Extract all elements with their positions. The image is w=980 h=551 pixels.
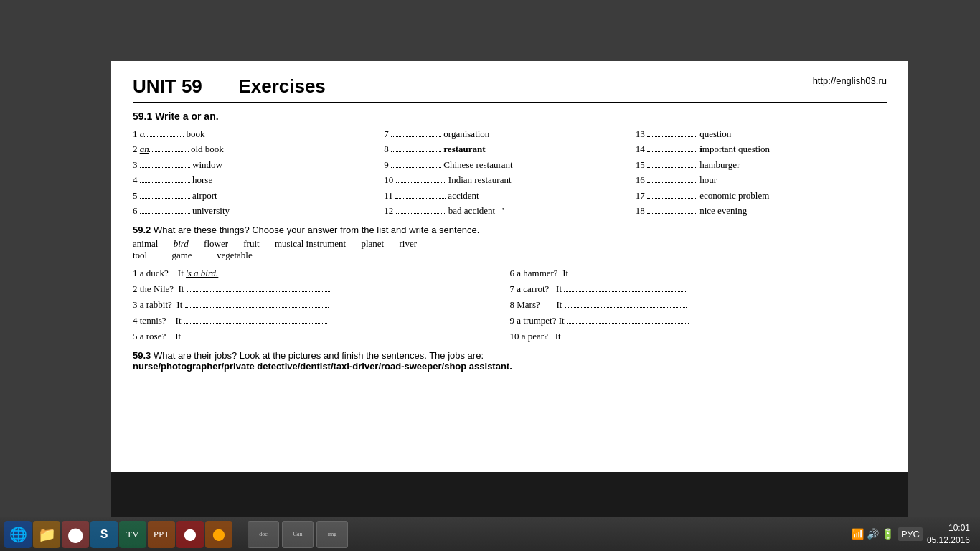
left-bar [0, 61, 111, 517]
row-1: 1 a book [133, 126, 384, 141]
clock: 10:01 05.12.2016 [927, 522, 970, 547]
q592-8: 8 Mars? It [510, 297, 887, 313]
word-vegetable: vegetable [217, 250, 253, 260]
row-17: 17 economic problem [636, 188, 887, 203]
row-6: 6 university [133, 203, 384, 218]
row-11: 11 accident [384, 188, 635, 203]
section-593: 59.3 What are their jobs? Look at the pi… [133, 350, 887, 372]
col-2: 7 organisation 8 restaurant 9 Chinese re… [384, 126, 635, 219]
answers-col-1: 1 a duck? It 's a bird. 2 the Nile? It 3… [133, 265, 510, 344]
chrome-icon[interactable]: ⬤ [62, 521, 89, 548]
answers-col-2: 6 a hammer? It 7 a carrot? It 8 Mars? It… [510, 265, 887, 344]
dot-18 [647, 213, 697, 214]
section-592: 59.2 What are these things? Choose your … [133, 225, 887, 344]
dot-2 [149, 151, 189, 152]
row-12: 12 bad accident ' [384, 203, 635, 218]
document-area: UNIT 59 Exercises http://english03.ru 59… [111, 61, 908, 472]
dot-13 [647, 136, 697, 137]
section-593-jobs: nurse/photographer/private detective/den… [133, 361, 512, 372]
col-3: 13 question 14 important question 15 ham… [636, 126, 887, 219]
line592-6 [570, 276, 692, 276]
doc-url: http://english03.ru [813, 75, 887, 86]
dot-16 [647, 182, 697, 183]
col-1: 1 a book 2 an old book 3 window 4 horse … [133, 126, 384, 219]
section-593-instruction: 59.3 What are their jobs? Look at the pi… [133, 350, 887, 372]
unit-number: UNIT 59 [133, 75, 202, 97]
dot-1 [144, 136, 184, 137]
dot-11 [395, 198, 446, 199]
red-btn-icon[interactable]: ⬤ [176, 521, 204, 548]
skype-icon[interactable]: S [90, 521, 118, 548]
row-16: 16 hour [636, 172, 887, 187]
answer-1: a [140, 128, 145, 139]
ans592-1: 's a bird. [186, 268, 218, 278]
page-title: UNIT 59 Exercises [133, 75, 326, 98]
word-animal: animal [133, 238, 158, 249]
thumb-2[interactable]: Can [282, 521, 314, 548]
row-7: 7 organisation [384, 126, 635, 141]
word-game: game [171, 250, 192, 260]
row-5: 5 airport [133, 188, 384, 203]
thumb-1[interactable]: doc [248, 521, 279, 548]
q592-7: 7 a carrot? It [510, 281, 887, 297]
row-9: 9 Chinese restaurant [384, 157, 635, 172]
dot-9 [391, 167, 441, 168]
row-8: 8 restaurant [384, 141, 635, 156]
globe-icon[interactable]: 🌐 [4, 521, 32, 548]
row-13: 13 question [636, 126, 887, 141]
battery-icon: 🔋 [882, 528, 894, 540]
ppt-icon[interactable]: PPT [148, 521, 175, 548]
page-subtitle: Exercises [238, 75, 325, 97]
line592-3 [185, 307, 329, 308]
volume-icon: 🔊 [867, 528, 879, 540]
doc-header: UNIT 59 Exercises http://english03.ru [133, 75, 887, 98]
dot-8 [391, 151, 441, 152]
taskbar: 🌐 📁 ⬤ S TV PPT ⬤ ⬤ doc Can img 📶 🔊 🔋 РУС… [0, 517, 980, 551]
word-planet: planet [361, 238, 384, 249]
thumb-3[interactable]: img [316, 521, 348, 548]
row-2: 2 an old book [133, 141, 384, 156]
taskbar-middle: doc Can img [242, 521, 842, 548]
row-18: 18 nice evening [636, 203, 887, 218]
dot-15 [647, 167, 697, 168]
q592-2: 2 the Nile? It [133, 281, 510, 297]
word-bird: bird [174, 238, 189, 249]
network-icon: 📶 [852, 528, 864, 540]
line592-10 [563, 339, 685, 339]
section-591-title: 59.1 Write a or an. [133, 110, 887, 122]
row-14: 14 important question [636, 141, 887, 156]
row-10: 10 Indian restaurant [384, 172, 635, 187]
row-4: 4 horse [133, 172, 384, 187]
header-divider [133, 102, 887, 103]
dot-4 [140, 182, 190, 183]
answers-grid: 1 a duck? It 's a bird. 2 the Nile? It 3… [133, 265, 887, 344]
word-river: river [399, 238, 417, 249]
q592-3: 3 a rabbit? It [133, 297, 510, 313]
right-bar [908, 61, 980, 517]
files-icon[interactable]: 📁 [33, 521, 60, 548]
section-593-title: 59.3 [133, 350, 151, 361]
orange-btn-icon[interactable]: ⬤ [205, 521, 232, 548]
q592-9: 9 a trumpet? It [510, 313, 887, 329]
section-592-instruction: 59.2 What are these things? Choose your … [133, 225, 887, 235]
word-tool: tool [133, 250, 147, 260]
line592-4 [184, 323, 327, 324]
taskbar-sep-2 [847, 524, 847, 545]
exercise-591-grid: 1 a book 2 an old book 3 window 4 horse … [133, 126, 887, 219]
dot-6 [140, 213, 190, 214]
line592-8 [565, 307, 687, 308]
word-list: animal bird flower fruit musical instrum… [133, 238, 887, 261]
dot-3 [140, 167, 190, 168]
teamviewer-icon[interactable]: TV [119, 521, 146, 548]
language-indicator[interactable]: РУС [898, 527, 923, 541]
line592-2 [187, 291, 330, 292]
section-592-title: 59.2 [133, 225, 151, 235]
q592-4: 4 tennis? It [133, 313, 510, 329]
top-bar [0, 0, 980, 61]
word-musical: musical instrument [275, 238, 346, 249]
row-3: 3 window [133, 157, 384, 172]
dot-14 [647, 151, 697, 152]
section-591: 59.1 Write a or an. 1 a book 2 an old bo… [133, 110, 887, 219]
taskbar-right: 📶 🔊 🔋 РУС 10:01 05.12.2016 [852, 522, 976, 547]
dot-7 [391, 136, 441, 137]
